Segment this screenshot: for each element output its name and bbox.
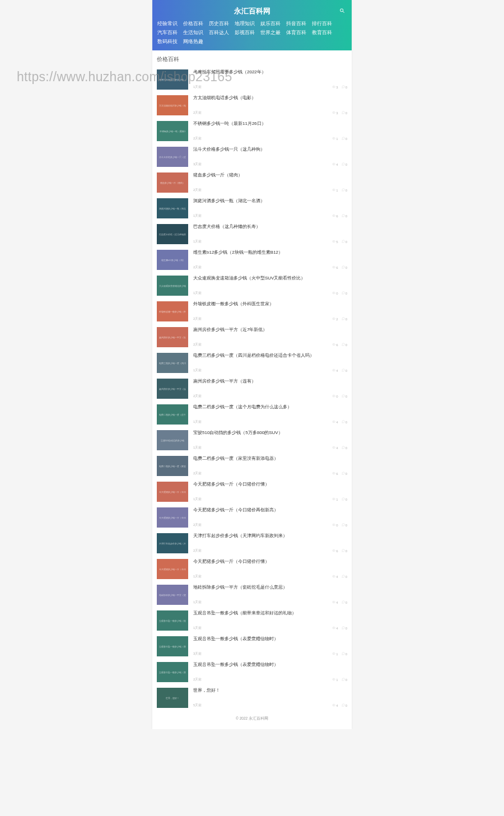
thumbnail[interactable]: 玉观音吊坠一般多少钱（能 [157, 610, 188, 631]
nav-item[interactable]: 百科达人 [206, 29, 232, 38]
item-title[interactable]: 巴吉度犬价格（这几种矮的长寿） [193, 224, 347, 230]
views-stat: 1 [332, 678, 338, 682]
item-title[interactable]: 今天肥猪多少钱一斤（今日猪价再创新高） [193, 507, 347, 514]
nav-item[interactable]: 教育百科 [309, 29, 335, 38]
views-count: 6 [336, 215, 338, 218]
item-title[interactable]: 不锈钢多少钱一吨（最新11月26日） [193, 121, 347, 127]
thumbnail[interactable]: 方太油烟机电话多少钱（电 [157, 95, 188, 115]
item-meta: 2天前30 [193, 110, 347, 115]
item-title[interactable]: 今天肥猪多少钱一斤（今日猪价行情） [193, 482, 347, 488]
svg-point-12 [334, 344, 335, 345]
item-meta: 3天前10 [193, 651, 347, 656]
item-title[interactable]: 玉观音吊坠一般多少钱（表爱意赠信物时） [193, 662, 347, 668]
comments-count: 0 [346, 524, 347, 527]
item-title[interactable]: 考摩托车驾照需要多少钱（2022年） [193, 69, 347, 76]
thumbnail[interactable]: 电费二档多少钱一度（家里 [157, 456, 188, 476]
eye-icon [332, 137, 335, 141]
thumbnail[interactable]: 玉观音吊坠一般多少钱（表 [157, 662, 188, 682]
eye-icon [332, 652, 335, 656]
thumbnail[interactable]: 外墙铁皮棚一般多少钱（外 [157, 301, 188, 321]
item-title[interactable]: 玉观音吊坠一般多少钱（表爱意赠信物时） [193, 636, 347, 642]
thumbnail[interactable]: 电费二档多少钱一度（这个 [157, 404, 188, 425]
nav-item[interactable]: 经验常识 [155, 20, 180, 29]
nav-item[interactable]: 地理知识 [232, 20, 258, 29]
thumbnail[interactable]: 宝骏510自动挡的多少钱 [157, 430, 188, 450]
eye-icon [332, 343, 335, 347]
thumbnail[interactable]: 大众途观换变速箱油多少钱 [157, 276, 188, 296]
views-count: 0 [336, 292, 338, 295]
item-title[interactable]: 电费二档多少钱一度（这个月电费为什么这么多） [193, 404, 347, 411]
item-title[interactable]: 猪血多少钱一斤（猪肉） [193, 172, 347, 179]
item-title[interactable]: 惠州房价多少钱一平方（连有） [193, 379, 347, 385]
thumbnail[interactable]: 不锈钢多少钱一吨（最新1 [157, 121, 188, 141]
item-title[interactable]: 洞庭河酒多少钱一瓶（湖北一名酒） [193, 198, 347, 204]
site-brand[interactable]: 永汇百科网 [152, 4, 352, 20]
search-icon[interactable] [339, 7, 345, 12]
item-meta: 2天前10 [193, 188, 347, 193]
item-body: 巴吉度犬价格（这几种矮的长寿）1天前50 [193, 224, 347, 244]
comments-stat: 0 [342, 111, 347, 115]
eye-icon [332, 497, 335, 501]
thumbnail[interactable]: 今天肥猪多少钱一斤（今日 [157, 507, 188, 528]
nav-item[interactable]: 价格百科 [180, 20, 206, 29]
views-stat: 1 [332, 497, 338, 501]
item-title[interactable]: 地砖拆除多少钱一平方（瓷砖挖毛是什么意思） [193, 585, 347, 591]
thumb-placeholder-text: 惠州房价多少钱一平方（近 [158, 336, 186, 339]
thumbnail[interactable]: 考摩托车驾照需要多少钱（ [157, 69, 188, 90]
thumbnail[interactable]: 法斗犬价格多少钱一只（这 [157, 147, 188, 167]
thumbnail[interactable]: 世界，您好！ [157, 688, 188, 708]
item-title[interactable]: 外墙铁皮棚一般多少钱（外科医生世家） [193, 301, 347, 307]
thumbnail[interactable]: 天津打车起步价多少钱（天 [157, 533, 188, 553]
item-title[interactable]: 电费三档多少钱一度（四川是档价格电价还适合卡个省人吗） [193, 353, 347, 359]
thumbnail[interactable]: 今天肥猪多少钱一斤（今日 [157, 482, 188, 502]
item-title[interactable]: 法斗犬价格多少钱一只（这几种狗） [193, 147, 347, 153]
thumbnail[interactable]: 巴吉度犬价格（这几种矮的 [157, 224, 188, 244]
thumbnail[interactable]: 今天肥猪多少钱一斤（今日 [157, 559, 188, 579]
item-title[interactable]: 世界，您好！ [193, 688, 347, 694]
nav-item[interactable]: 汽车百科 [155, 29, 180, 38]
comments-stat: 0 [342, 600, 347, 604]
item-title[interactable]: 天津打车起步价多少钱（天津网约车新政到来） [193, 533, 347, 539]
thumbnail[interactable]: 地砖拆除多少钱一平方（瓷 [157, 585, 188, 605]
item-title[interactable]: 方太油烟机电话多少钱（电影） [193, 95, 347, 101]
nav-item[interactable]: 生活知识 [180, 29, 206, 38]
item-meta: 1天前10 [193, 497, 347, 502]
thumbnail[interactable]: 洞庭河酒多少钱一瓶（湖北 [157, 198, 188, 218]
comment-icon [342, 420, 345, 424]
nav-item[interactable]: 历史百科 [206, 20, 232, 29]
thumb-placeholder-text: 世界，您好！ [158, 697, 186, 700]
nav-item[interactable]: 抖音百科 [283, 20, 309, 29]
nav-item[interactable]: 网络热趣 [180, 38, 206, 46]
thumbnail[interactable]: 玉观音吊坠一般多少钱（表 [157, 636, 188, 656]
thumb-placeholder-text: 维生素b12多少钱（2块 [158, 259, 186, 262]
nav-item[interactable]: 体育百科 [283, 29, 309, 38]
thumbnail[interactable]: 惠州房价多少钱一平方（近 [157, 327, 188, 347]
item-meta: 2天前00 [193, 394, 347, 399]
nav-item[interactable]: 娱乐百科 [258, 20, 283, 29]
item-stats: 40 [332, 162, 347, 166]
thumbnail[interactable]: 维生素b12多少钱（2块 [157, 250, 188, 270]
item-title[interactable]: 宝骏510自动挡的多少钱（5万多800的SUV） [193, 430, 347, 436]
item-title[interactable]: 电费二档多少钱一度（家里没有新添电器） [193, 456, 347, 462]
nav-item[interactable]: 世界之最 [258, 29, 283, 38]
thumbnail[interactable]: 惠州房价多少钱一平方（连 [157, 379, 188, 399]
views-count: 4 [336, 627, 338, 630]
list-item: 洞庭河酒多少钱一瓶（湖北洞庭河酒多少钱一瓶（湖北一名酒）1天前60 [157, 195, 347, 221]
nav-item[interactable]: 排行百科 [309, 20, 335, 29]
comments-count: 0 [346, 266, 347, 269]
item-title[interactable]: 惠州房价多少钱一平方（近7年新低） [193, 327, 347, 333]
item-title[interactable]: 维生素b12多少钱（2块钱一瓶的维生素B12） [193, 250, 347, 256]
views-stat: 6 [332, 472, 338, 475]
item-title[interactable]: 玉观音吊坠一般多少钱（能带来幸运和好运的礼物） [193, 610, 347, 617]
item-title[interactable]: 今天肥猪多少钱一斤（今日猪价行情） [193, 559, 347, 565]
nav-item[interactable]: 数码科技 [155, 38, 180, 46]
svg-point-18 [334, 498, 335, 500]
item-meta: 1天前60 [193, 213, 347, 218]
nav-item[interactable]: 影视百科 [232, 29, 258, 38]
thumbnail[interactable]: 猪血多少钱一斤（猪肉） [157, 172, 188, 193]
thumb-placeholder-text: 外墙铁皮棚一般多少钱（外 [158, 310, 186, 313]
item-body: 玉观音吊坠一般多少钱（表爱意赠信物时）2天前10 [193, 662, 347, 682]
comments-count: 0 [346, 215, 347, 218]
thumbnail[interactable]: 电费三档多少钱一度（四川 [157, 353, 188, 373]
item-title[interactable]: 大众途观换变速箱油多少钱（火中型SUV又能看性价比） [193, 276, 347, 282]
